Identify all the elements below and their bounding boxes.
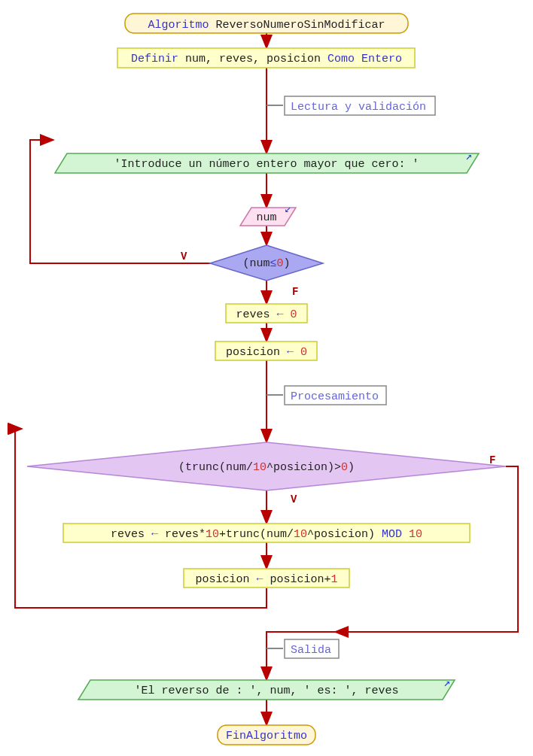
assign1-arrow: ←	[276, 308, 283, 321]
cond1-close: )	[284, 257, 291, 270]
input-num: num ↙	[240, 203, 296, 226]
end-terminal: FinAlgoritmo	[218, 725, 315, 745]
assign3-t2: 10	[294, 528, 307, 541]
assign3-arrow: ←	[151, 528, 158, 541]
assign4-lhs: posicion	[195, 573, 249, 586]
comment-lectura: Lectura y validación	[285, 96, 435, 115]
start-terminal: Algoritmo ReversoNumeroSinModificar	[125, 14, 408, 33]
svg-text:reves
       
      ←
       
: reves ← 0	[236, 308, 297, 321]
out-s1: 'El reverso de : '	[134, 685, 256, 697]
cond2-mid: ^posicion)>	[266, 461, 341, 474]
cond2-ten: 10	[253, 461, 266, 474]
assign3-p2: +trunc(num/	[219, 528, 294, 541]
out-s2: , num,	[256, 685, 303, 697]
assign3-t1: 10	[206, 528, 219, 541]
assign3-p3: ^posicion)	[307, 528, 375, 541]
output-reverso: 'El reverso de : ', num, ' es: ', reves …	[78, 677, 455, 700]
end-text: FinAlgoritmo	[226, 730, 307, 742]
svg-text:posicion
       
      ←
     : posicion ← 0	[226, 346, 307, 359]
input1-text: num	[256, 211, 276, 224]
assign-reves-0: reves ← 0	[226, 304, 307, 323]
define-vars: num, reves, posicion	[185, 53, 321, 65]
assign-reves-calc: reves ← reves*10+trunc(num/10^posicion) …	[63, 524, 470, 542]
prompt-output: 'Introduce un número entero mayor que ce…	[55, 150, 479, 173]
cond1-true-label: V	[181, 250, 187, 263]
assign-posicion-0: posicion ← 0	[215, 342, 317, 360]
svg-text:Definir
       
      num, rev: Definir num, reves, posicion Como Entero	[131, 53, 402, 65]
start-name: ReversoNumeroSinModificar	[215, 19, 385, 32]
assign4-arrow: ←	[256, 573, 263, 586]
prompt1-text: 'Introduce un número entero mayor que ce…	[114, 158, 419, 171]
define-kw1: Definir	[131, 53, 178, 65]
output-arrow-icon-2: ↗	[443, 677, 450, 690]
input-arrow-icon: ↙	[285, 203, 291, 216]
svg-text:posicion
       
      ←
     : posicion ← posicion+1	[195, 573, 337, 586]
out-s3: ' es: '	[304, 685, 352, 697]
cond1-op: ≤	[270, 257, 276, 270]
start-keyword: Algoritmo	[148, 19, 209, 32]
define-kw2: Como Entero	[327, 53, 402, 65]
assign4-one: 1	[331, 573, 338, 586]
cond2-zero: 0	[341, 461, 348, 474]
assign2-rhs: 0	[300, 346, 307, 359]
cond1-val: 0	[277, 257, 284, 270]
assign2-arrow: ←	[287, 346, 294, 359]
comment2-text: Procesamiento	[291, 390, 379, 403]
output-arrow-icon: ↗	[465, 150, 472, 163]
assign3-mod: MOD	[375, 528, 409, 541]
assign3-lhs: reves	[111, 528, 145, 541]
assign3-t3: 10	[409, 528, 422, 541]
assign1-lhs: reves	[236, 308, 270, 321]
comment3-text: Salida	[291, 644, 331, 657]
comment1-text: Lectura y validación	[291, 101, 426, 114]
out-s4: , reves	[352, 685, 399, 697]
cond1-false-label: F	[292, 286, 298, 298]
cond1-open: (num	[242, 257, 270, 270]
assign1-rhs: 0	[291, 308, 297, 321]
svg-text:(num≤0): (num≤0)	[242, 257, 290, 270]
svg-text:'El reverso de : ', num, ' es:: 'El reverso de : ', num, ' es: ', reves	[134, 685, 398, 697]
cond2-true-label: V	[291, 493, 297, 506]
comment-salida: Salida	[285, 639, 339, 658]
assign4-p1: posicion+	[270, 573, 331, 586]
assign2-lhs: posicion	[226, 346, 280, 359]
assign-posicion-inc: posicion ← posicion+1	[184, 569, 349, 587]
svg-text:(trunc(num/10^posicion)>0): (trunc(num/10^posicion)>0)	[178, 461, 355, 474]
decision-trunc: (trunc(num/10^posicion)>0)	[27, 442, 506, 490]
comment-procesamiento: Procesamiento	[285, 386, 386, 405]
cond2-close: )	[348, 461, 355, 474]
svg-text:reves
       
      ←
       
: reves ← reves*10+trunc(num/10^posicion) …	[111, 528, 422, 541]
svg-text:Algoritmo
       
      Revers: Algoritmo ReversoNumeroSinModificar	[148, 19, 385, 32]
assign3-p1: reves*	[165, 528, 206, 541]
define-process: Definir num, reves, posicion Como Entero	[117, 48, 415, 68]
cond2-pre: (trunc(num/	[178, 461, 253, 474]
decision-num-le-0: (num≤0)	[210, 245, 323, 281]
